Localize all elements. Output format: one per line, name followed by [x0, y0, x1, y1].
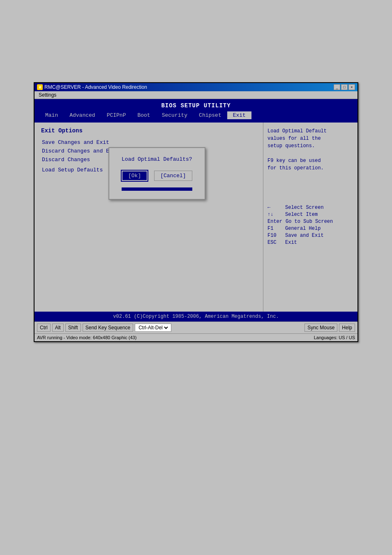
nav-security[interactable]: Security [156, 111, 193, 119]
key-desc-f10: Save and Exit [285, 233, 324, 238]
key-sequence-select[interactable]: Ctrl-Alt-Del [137, 324, 169, 331]
window-icon: 🖥 [37, 84, 43, 90]
option-save-exit[interactable]: Save Changes and Exit [41, 139, 256, 146]
nav-pcipnp[interactable]: PCIPnP [101, 111, 132, 119]
dialog-buttons: [Ok] [Cancel] [122, 171, 192, 181]
help-line-3: setup questions. [267, 143, 315, 149]
key-desc-screen: Select Screen [285, 205, 324, 210]
key-desc-enter: Go to Sub Screen [286, 219, 333, 224]
bios-right-panel: Load Optimal Default values for all the … [263, 123, 357, 312]
bios-footer: v02.61 (C)Copyright 1985-2006, American … [35, 312, 357, 321]
key-desc-f1: General Help [285, 226, 321, 231]
key-esc-label: ESC [267, 240, 282, 245]
title-bar-left: 🖥 RMC@SERVER - Advanced Video Redirectio… [37, 84, 147, 90]
key-select-screen: ← Select Screen [267, 205, 353, 210]
dialog-title: Load Optimal Defaults? [122, 156, 192, 162]
close-button[interactable]: × [348, 84, 355, 90]
alt-button[interactable]: Alt [52, 324, 64, 332]
title-bar: 🖥 RMC@SERVER - Advanced Video Redirectio… [35, 83, 357, 91]
help-button[interactable]: Help [339, 324, 355, 332]
restore-button[interactable]: □ [341, 84, 348, 90]
key-help-section: ← Select Screen ↑↓ Select Item Enter Go … [267, 205, 353, 245]
help-line-1: Load Optimal Default [267, 128, 327, 134]
help-text: Load Optimal Default values for all the … [267, 127, 353, 172]
title-bar-buttons: _ □ × [334, 84, 355, 90]
key-esc: ESC Exit [267, 240, 353, 245]
status-left: AVR running - Video mode: 640x480 Graphi… [37, 335, 136, 340]
help-line-5: F9 key can be used [267, 158, 321, 164]
sync-mouse-button[interactable]: Sync Mouse [304, 324, 337, 332]
bottom-toolbar: Ctrl Alt Shift Send Key Sequence Ctrl-Al… [35, 321, 357, 333]
bios-title: BIOS SETUP UTILITY [37, 101, 355, 111]
key-desc-esc: Exit [285, 240, 297, 245]
status-bar: AVR running - Video mode: 640x480 Graphi… [35, 333, 357, 341]
key-arrow: ← [267, 205, 282, 210]
key-enter-label: Enter [267, 219, 282, 224]
menu-bar: Settings [35, 91, 357, 99]
main-window: 🖥 RMC@SERVER - Advanced Video Redirectio… [34, 82, 358, 342]
window-title: RMC@SERVER - Advanced Video Redirection [44, 84, 147, 90]
bios-content: Exit Options Save Changes and Exit Disca… [35, 123, 357, 312]
status-right: Languages: US / US [314, 335, 355, 340]
nav-main[interactable]: Main [39, 111, 64, 119]
minimize-button[interactable]: _ [334, 84, 340, 90]
nav-chipset[interactable]: Chipset [193, 111, 227, 119]
bios-left-panel: Exit Options Save Changes and Exit Disca… [35, 123, 263, 312]
menu-item-settings[interactable]: Settings [37, 91, 58, 99]
nav-boot[interactable]: Boot [131, 111, 156, 119]
help-line-6: for this operation. [267, 165, 324, 171]
key-f10-label: F10 [267, 233, 282, 238]
help-line-2: values for all the [267, 136, 321, 141]
dialog-cancel-button[interactable]: [Cancel] [154, 171, 192, 181]
key-select-item: ↑↓ Select Item [267, 212, 353, 217]
key-arrows-updown: ↑↓ [267, 212, 282, 217]
key-f1-label: F1 [267, 226, 282, 231]
section-title: Exit Options [41, 127, 256, 134]
key-f10: F10 Save and Exit [267, 233, 353, 238]
dialog-box: Load Optimal Defaults? [Ok] [Cancel] [108, 147, 205, 200]
send-key-button[interactable]: Send Key Sequence [83, 324, 133, 332]
key-desc-item: Select Item [285, 212, 318, 217]
dialog-blue-bar [122, 187, 192, 191]
nav-advanced[interactable]: Advanced [64, 111, 101, 119]
dialog-ok-button[interactable]: [Ok] [122, 171, 148, 181]
key-sequence-dropdown[interactable]: Ctrl-Alt-Del [135, 324, 171, 332]
key-enter: Enter Go to Sub Screen [267, 219, 353, 224]
key-f1: F1 General Help [267, 226, 353, 231]
bios-area: BIOS SETUP UTILITY Main Advanced PCIPnP … [35, 99, 357, 123]
ctrl-button[interactable]: Ctrl [37, 324, 51, 332]
shift-button[interactable]: Shift [65, 324, 81, 332]
nav-exit[interactable]: Exit [227, 111, 251, 119]
bios-nav: Main Advanced PCIPnP Boot Security Chips… [37, 111, 355, 121]
